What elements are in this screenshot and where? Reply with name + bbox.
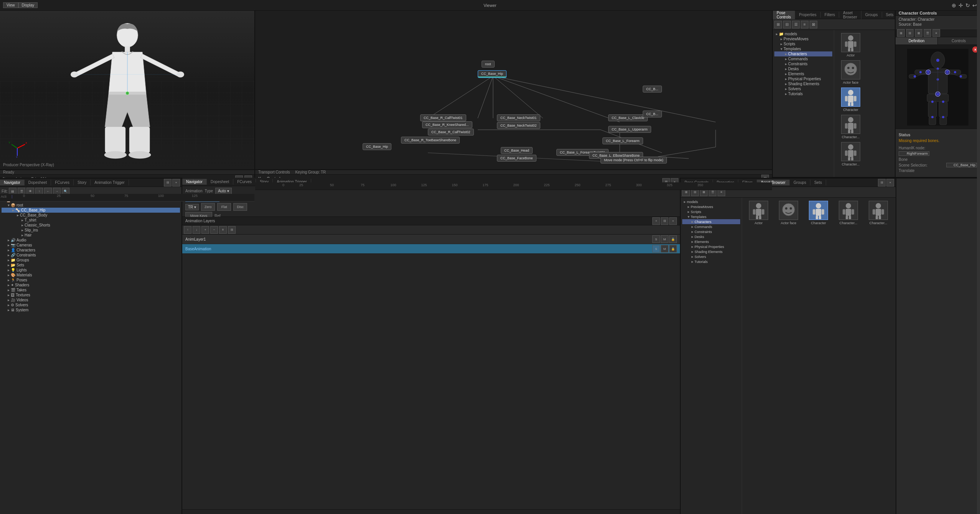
tree-item-materials[interactable]: ▸ 🎨 Materials [2,273,180,278]
layer-btn5[interactable]: ≡ [219,226,227,234]
tree-item-cameras[interactable]: ▸ 📷 Cameras [2,243,180,248]
viewport-3d[interactable]: X Y Z Producer Perspective (X-Ray) [0,11,254,170]
node-cc-base-hip[interactable]: CC_Base_Hip [478,70,506,78]
tree-item-groups[interactable]: ▸ 📁 Groups [2,258,180,263]
disc-btn[interactable]: Disc [233,203,247,211]
layer-base-lock[interactable]: 🔒 [669,245,677,253]
res-close-btn[interactable]: × [886,179,894,187]
tree-item-characters-nav[interactable]: ▸ 👤 Characters [2,248,180,253]
dope-tab-dopesheet[interactable]: Dopesheet [207,179,233,185]
resource-character3[interactable]: Character... [837,142,864,166]
nav-expand-btn[interactable]: ⊟ [164,179,172,187]
char-btn2[interactable]: ⊟ [906,29,914,37]
resource-character2[interactable]: Character... [837,115,864,139]
lower-tab-groups[interactable]: Groups [790,180,810,185]
view-extra[interactable]: ⊠ [810,21,817,28]
tree-item-cc-base-hip[interactable]: ▸ 🦴 CC_Base_Hip [2,208,180,213]
tree-item-solvers[interactable]: ▸ ⚙ Solvers [2,302,180,307]
node-l-upperarm[interactable]: CC_Base_L_Upperarm [608,126,651,133]
lower-char3[interactable]: Character... [865,201,892,225]
layer-scrollbar[interactable] [182,509,680,514]
tab-pose-controls[interactable]: Pose Controls [773,10,795,20]
dope-tab-navigator[interactable]: Navigator [182,179,207,185]
node-necktwist02[interactable]: CC_Base_NeckTwist02 [497,122,540,129]
node-l-forearm[interactable]: CC_Base_L_Forearm [602,137,643,144]
layer-btn2[interactable]: ↓ [193,226,200,234]
tree-commands[interactable]: ▸ Commands [774,56,832,61]
layer-base-solo[interactable]: S [652,245,660,253]
anim-layer-expand[interactable]: ⊟ [661,217,668,225]
tree-item-cc-base-body[interactable]: ▸ CC_Base_Body [2,213,180,218]
lower-tab-sets[interactable]: Sets [810,180,826,185]
tree-item-shaders[interactable]: ▸ ✦ Shaders [2,283,180,288]
nav-tab-fcurves[interactable]: FCurves [51,180,74,185]
auto-dropdown[interactable]: Auto ▾ [215,188,232,194]
node-cc-b-2[interactable]: CC_B... [643,111,662,117]
flat-btn[interactable]: Flat [217,203,231,211]
node-r-calftwist01[interactable]: CC_Base_R_CalfTwist01 [420,114,466,121]
view-menu-btn[interactable]: View [3,2,18,8]
display-menu-btn[interactable]: Display [18,2,38,8]
lower-tree-constraints[interactable]: ▸ Constraints [682,229,740,234]
tree-item-takes[interactable]: ▸ 🎬 Takes [2,288,180,293]
node-head[interactable]: CC_Base_Head [501,147,533,154]
tr-dropdown[interactable]: TR ▾ [185,204,199,210]
tab-properties[interactable]: Properties [795,12,821,18]
dope-tab-fcurves[interactable]: FCurves [233,179,256,185]
lower-tree-solvers[interactable]: ▸ Solvers [682,254,740,259]
node-move-mode[interactable]: Move mode (Press Ctrl+F to flip mode) [601,157,667,164]
tree-tutorials[interactable]: ▸ Tutorials [774,91,832,96]
tree-item-audio[interactable]: ▸ 🔊 Audio [2,238,180,243]
tree-item-lights[interactable]: ▸ 💡 Lights [2,268,180,273]
rotate-icon[interactable]: ↻ [965,2,970,8]
node-necktwist01[interactable]: CC_Base_NeckTwist01 [497,114,540,121]
char-btn4[interactable]: ☰ [924,29,931,37]
lower-actor-face[interactable]: Actor face [775,201,802,225]
layer-btn1[interactable]: ↑ [184,226,191,234]
tree-item-sets[interactable]: ▸ 📂 Sets [2,263,180,268]
nav-tab-story[interactable]: Story [74,180,91,185]
anim-layer-add[interactable]: + [652,217,660,225]
tab-filters[interactable]: Filters [821,12,839,18]
tree-item-classic-shorts[interactable]: ▸ Classic_Shorts [2,223,180,228]
tree-item-t-shirt[interactable]: ▸ T_shirt [2,218,180,223]
tab-asset-browser[interactable]: Asset Browser [839,10,861,20]
lower-tree-desks[interactable]: ▸ Desks [682,234,740,239]
undo-icon[interactable]: ↩ [972,2,977,8]
tree-models[interactable]: ▸ 📁 models [774,31,832,36]
node-l-clavicle[interactable]: CC_Base_L_Clavicle [608,114,648,121]
resource-actor-face[interactable]: Actor face [837,60,864,84]
tree-solvers[interactable]: ▸ Solvers [774,86,832,91]
tree-item-root[interactable]: ▾ 📦 root [2,203,180,208]
layer-btn4[interactable]: − [210,226,218,234]
layer-base-mute[interactable]: M [661,245,668,253]
tree-characters[interactable]: ▸ Characters [774,51,832,56]
char-btn3[interactable]: ⊠ [915,29,922,37]
node-hip-left[interactable]: CC_Base_Hip [363,143,391,150]
layer-anim1[interactable]: AnimLayer1 S M 🔒 [182,235,680,244]
tree-elements[interactable]: ▸ Elements [774,71,832,76]
lower-tree-previewmoves[interactable]: ▸ PreviewMoves [682,204,740,209]
char-tab-controls[interactable]: Controls [938,37,980,45]
layer-anim1-lock[interactable]: 🔒 [669,235,677,243]
tree-item-poses[interactable]: ▸ 🏃 Poses [2,278,180,283]
tree-item-textures[interactable]: ▸ 🖼 Textures [2,293,180,297]
lower-actor[interactable]: Actor [745,201,772,225]
tree-item-hair[interactable]: ▸ Hair [2,233,180,238]
lower-tree-scripts[interactable]: ▸ Scripts [682,209,740,214]
lower-char2[interactable]: Character... [835,201,862,225]
tree-item-videos[interactable]: ▸ 🎥 Videos [2,297,180,302]
char-controls-scrollbar[interactable] [977,178,980,514]
tree-item-slip-ins[interactable]: ▸ Slip_ins [2,228,180,233]
layer-anim1-solo[interactable]: S [652,235,660,243]
layer-btn6[interactable]: ⊟ [228,226,236,234]
resource-actor[interactable]: Actor [837,33,864,57]
tree-desks[interactable]: ▸ Desks [774,66,832,71]
tree-templates[interactable]: ▾ Templates [774,46,832,51]
resource-character-selected[interactable]: Character [837,88,864,112]
node-graph[interactable]: root CC_Base_Hip CC_Base_R_CalfTwist01 C… [255,11,772,170]
anim-layer-close[interactable]: × [669,217,677,225]
tree-physical-properties[interactable]: ▸ Physical Properties [774,76,832,81]
node-r-toebase[interactable]: CC_Base_R_ToeBaseShareBone [401,137,460,144]
tab-groups[interactable]: Groups [861,12,882,18]
